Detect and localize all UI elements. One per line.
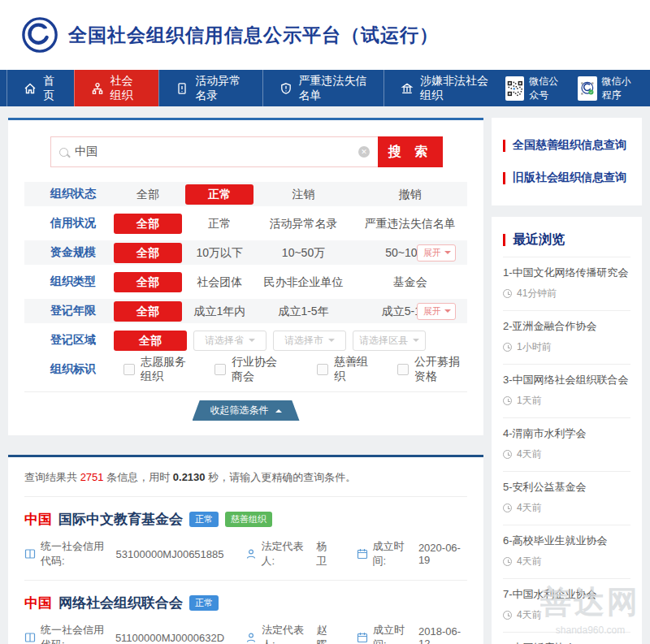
main-column: ✕ 搜 索 组织状态 全部 正常 注销 撤销 信用状况 全部 正常 活动异常名录… bbox=[8, 118, 483, 644]
recent-item-name[interactable]: 8-中国饭店协会 bbox=[503, 641, 630, 644]
recent-item-time: 4天前 bbox=[517, 501, 542, 515]
expand-button[interactable]: 展开 bbox=[417, 244, 456, 261]
recent-item-name[interactable]: 2-亚洲金融合作协会 bbox=[503, 319, 630, 333]
nav-tab-label: 首页 bbox=[43, 74, 58, 103]
filter-row-credit-status: 信用状况 全部 正常 活动异常名录 严重违法失信名单 bbox=[24, 211, 467, 236]
filter-option[interactable]: 社会团体 bbox=[185, 272, 254, 292]
province-select-placeholder: 请选择省 bbox=[205, 334, 244, 348]
filter-option[interactable]: 成立1-5年 bbox=[257, 301, 349, 322]
org-name-link[interactable]: 网络社会组织联合会 bbox=[58, 594, 183, 612]
collapse-filters-button[interactable]: 收起筛选条件 bbox=[193, 400, 300, 421]
filter-option[interactable]: 正常 bbox=[185, 214, 254, 234]
checkbox-charity-org[interactable]: 慈善组织 bbox=[317, 355, 368, 384]
city-select-placeholder: 请选择市 bbox=[284, 334, 323, 348]
org-name-prefix: 中国 bbox=[24, 510, 52, 529]
city-select[interactable]: 请选择市 bbox=[273, 331, 346, 351]
summary-suffix: 秒，请输入更精确的查询条件。 bbox=[208, 471, 356, 483]
charity-query-link[interactable]: 全国慈善组织信息查询 bbox=[503, 129, 630, 162]
org-chart-icon bbox=[91, 82, 104, 95]
filter-option-selected[interactable]: 全部 bbox=[114, 272, 182, 292]
charity-badge: 慈善组织 bbox=[225, 512, 272, 527]
filter-label: 登记年限 bbox=[50, 304, 114, 318]
filter-option-selected[interactable]: 全部 bbox=[114, 301, 182, 322]
red-bar-icon bbox=[503, 234, 505, 246]
recent-item[interactable]: 7-中国水利企业协会 4天前 bbox=[503, 578, 630, 632]
checkbox-public-fundraising[interactable]: 公开募捐资格 bbox=[397, 355, 467, 384]
person-icon bbox=[245, 548, 257, 560]
credit-code-label: 统一社会信用代码: bbox=[41, 623, 110, 644]
filter-label: 资金规模 bbox=[50, 245, 114, 260]
legal-rep-label: 法定代表人: bbox=[262, 623, 312, 644]
checkbox-icon[interactable] bbox=[397, 364, 409, 375]
nav-tab-illegal-orgs[interactable]: 涉嫌非法社会组织 bbox=[384, 70, 505, 106]
filter-option[interactable]: 注销 bbox=[257, 184, 349, 205]
nav-tab-social-orgs[interactable]: 社会组织 bbox=[74, 70, 159, 106]
recent-item[interactable]: 2-亚洲金融合作协会 1小时前 bbox=[503, 310, 630, 364]
expand-label: 展开 bbox=[423, 305, 441, 318]
old-version-query-link[interactable]: 旧版社会组织信息查询 bbox=[503, 162, 630, 194]
filter-option-selected[interactable]: 全部 bbox=[114, 214, 182, 234]
filter-row-org-status: 组织状态 全部 正常 注销 撤销 bbox=[24, 182, 467, 206]
recent-item[interactable]: 5-安利公益基金会 4天前 bbox=[503, 471, 630, 525]
recent-item-name[interactable]: 7-中国水利企业协会 bbox=[503, 587, 630, 601]
search-button[interactable]: 搜 索 bbox=[378, 136, 443, 167]
checkbox-icon[interactable] bbox=[124, 364, 135, 375]
recent-item[interactable]: 8-中国饭店协会 4天前 bbox=[503, 632, 630, 644]
results-panel: 查询结果共 2751 条信息，用时 0.2130 秒，请输入更精确的查询条件。 … bbox=[8, 455, 483, 644]
filter-option-selected[interactable]: 正常 bbox=[185, 184, 254, 205]
filter-option[interactable]: 基金会 bbox=[353, 272, 467, 292]
results-summary: 查询结果共 2751 条信息，用时 0.2130 秒，请输入更精确的查询条件。 bbox=[24, 470, 467, 497]
filter-option[interactable]: 民办非企业单位 bbox=[257, 272, 349, 292]
recent-views-title: 最近浏览 bbox=[513, 231, 565, 249]
district-select[interactable]: 请选择区县 bbox=[353, 331, 426, 351]
recent-item[interactable]: 1-中国文化网络传播研究会 41分钟前 bbox=[503, 257, 630, 310]
search-input[interactable] bbox=[75, 145, 358, 158]
checkbox-label: 志愿服务组织 bbox=[141, 355, 193, 384]
sidebar: 全国慈善组织信息查询 旧版社会组织信息查询 最近浏览 1-中国文化网络传播研究会… bbox=[492, 118, 642, 644]
qr-code-official-icon bbox=[505, 76, 525, 101]
recent-item[interactable]: 4-渭南市水利学会 4天前 bbox=[503, 417, 630, 471]
checkbox-volunteer-org[interactable]: 志愿服务组织 bbox=[124, 355, 193, 384]
recent-item[interactable]: 3-中国网络社会组织联合会 1天前 bbox=[503, 364, 630, 417]
filter-row-org-type: 组织类型 全部 社会团体 民办非企业单位 基金会 bbox=[24, 270, 467, 294]
recent-item-name[interactable]: 3-中国网络社会组织联合会 bbox=[503, 373, 630, 387]
checkbox-label: 公开募捐资格 bbox=[414, 355, 467, 384]
credit-code-field: 统一社会信用代码: 53100000MJ00651885 bbox=[24, 539, 224, 568]
wechat-miniprogram-group: 微信小程序 bbox=[578, 75, 639, 102]
recent-item-name[interactable]: 5-安利公益基金会 bbox=[503, 480, 630, 494]
recent-item-name[interactable]: 6-高校毕业生就业协会 bbox=[503, 534, 630, 547]
province-select[interactable]: 请选择省 bbox=[193, 331, 266, 351]
filter-option[interactable]: 撤销 bbox=[353, 184, 467, 205]
credit-code-value: 51100000MJ0000632D bbox=[115, 632, 224, 644]
org-name-link[interactable]: 国际中文教育基金会 bbox=[58, 510, 183, 529]
clock-icon bbox=[503, 450, 512, 459]
nav-tab-abnormal-list[interactable]: 活动异常名录 bbox=[158, 70, 262, 106]
recent-item-time-row: 4天前 bbox=[503, 555, 630, 568]
recent-item-name[interactable]: 4-渭南市水利学会 bbox=[503, 426, 630, 440]
checkbox-icon[interactable] bbox=[317, 364, 328, 375]
filter-option-selected[interactable]: 全部 bbox=[114, 243, 182, 263]
filter-option[interactable]: 10~50万 bbox=[257, 243, 349, 263]
result-title-row: 中国 国际中文教育基金会 正常 慈善组织 bbox=[24, 510, 467, 529]
filter-option[interactable]: 10万以下 bbox=[185, 243, 254, 263]
filter-label: 组织状态 bbox=[50, 187, 114, 201]
chevron-down-icon bbox=[249, 339, 255, 342]
legal-rep-value: 杨卫 bbox=[316, 539, 335, 568]
nav-tab-home[interactable]: 首页 bbox=[6, 70, 74, 106]
founded-date-field: 成立时间: 2020-06-19 bbox=[357, 539, 467, 568]
filter-option[interactable]: 活动异常名录 bbox=[257, 214, 349, 234]
nav-tab-dishonest-list[interactable]: 严重违法失信名单 bbox=[262, 70, 384, 106]
filter-option[interactable]: 成立1年内 bbox=[185, 301, 254, 322]
clear-icon[interactable]: ✕ bbox=[358, 146, 370, 158]
legal-rep-label: 法定代表人: bbox=[262, 539, 312, 568]
recent-item-name[interactable]: 1-中国文化网络传播研究会 bbox=[503, 266, 630, 279]
recent-item[interactable]: 6-高校毕业生就业协会 4天前 bbox=[503, 525, 630, 578]
filter-option-selected[interactable]: 全部 bbox=[114, 331, 187, 351]
checkbox-industry-assoc[interactable]: 行业协会商会 bbox=[214, 355, 284, 384]
checkbox-label: 行业协会商会 bbox=[232, 355, 284, 384]
checkbox-icon[interactable] bbox=[214, 364, 226, 375]
expand-button[interactable]: 展开 bbox=[417, 303, 456, 320]
filter-option[interactable]: 全部 bbox=[114, 184, 182, 205]
filter-option[interactable]: 严重违法失信名单 bbox=[353, 214, 467, 234]
expand-label: 展开 bbox=[423, 247, 441, 259]
